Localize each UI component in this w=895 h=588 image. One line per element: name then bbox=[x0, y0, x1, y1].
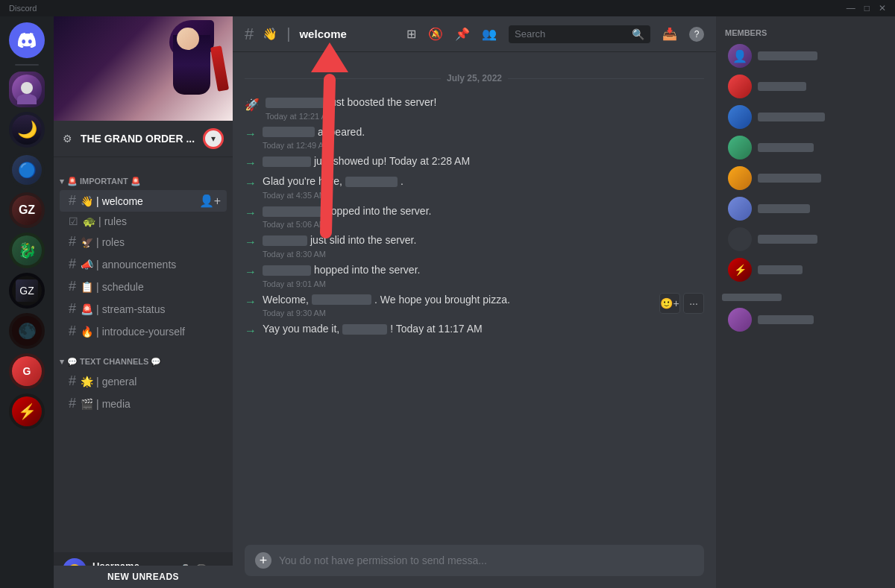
member-avatar-9 bbox=[728, 308, 752, 332]
discord-home-button[interactable] bbox=[9, 22, 45, 58]
channel-separator: | bbox=[98, 215, 101, 227]
chat-input-area: + You do not have permission to send mes… bbox=[233, 545, 716, 588]
channel-introduce-yourself[interactable]: # 🔥 | introduce-yourself bbox=[60, 320, 227, 342]
blurred-mention bbox=[342, 324, 387, 335]
member-item-1[interactable]: 👤 bbox=[722, 41, 889, 71]
channel-schedule[interactable]: # 📋 | schedule bbox=[60, 276, 227, 297]
category-important[interactable]: ▾ 🚨 IMPORTANT 🚨 bbox=[54, 168, 233, 189]
help-icon[interactable]: ? bbox=[689, 27, 704, 42]
message-showed-up: → just showed up! Today at 2:28 AM bbox=[245, 153, 704, 171]
header-channel-name: welcome bbox=[299, 28, 346, 40]
server-icon-4[interactable]: GZ bbox=[9, 192, 45, 228]
member-avatar-8: ⚡ bbox=[728, 258, 752, 282]
member-item-7[interactable] bbox=[722, 224, 889, 254]
channel-media[interactable]: # 🎬 | media bbox=[60, 393, 227, 414]
message-content: appeared. Today at 12:49 AM bbox=[263, 125, 674, 151]
channel-name: rules bbox=[104, 215, 127, 227]
threads-icon[interactable]: ⊞ bbox=[406, 27, 416, 41]
channel-hash-icon: # bbox=[69, 256, 76, 272]
members-section-header: Members bbox=[716, 22, 895, 40]
arrow-icon: → bbox=[245, 324, 257, 338]
arrow-icon: → bbox=[245, 235, 257, 249]
server-icon-5[interactable]: 🐉 bbox=[9, 233, 45, 268]
server-icon-9[interactable]: ⚡ bbox=[9, 393, 45, 429]
channel-roles[interactable]: # 🦅 | roles bbox=[60, 231, 227, 253]
member-item-6[interactable] bbox=[722, 194, 889, 224]
inbox-icon[interactable]: 📥 bbox=[662, 27, 677, 41]
channel-announcements[interactable]: # 📣 | announcements bbox=[60, 253, 227, 275]
message-time: Today at 4:35 AM bbox=[263, 191, 674, 200]
channels-list: ▾ 🚨 IMPORTANT 🚨 # 👋 | welcome 👤+ ☑ 🐢 | r… bbox=[54, 162, 233, 552]
message-text: just slid into the server. bbox=[263, 233, 674, 248]
message-time: Today at 12:49 AM bbox=[263, 141, 674, 150]
message-content: hopped into the server. Today at 5:06 AM bbox=[263, 204, 674, 230]
add-attachment-button[interactable]: + bbox=[255, 552, 271, 569]
member-avatar-4 bbox=[728, 136, 752, 159]
close-button[interactable]: ✕ bbox=[879, 3, 886, 13]
channel-separator: | bbox=[96, 326, 99, 338]
member-avatar-3 bbox=[728, 105, 752, 129]
server-icon-3[interactable]: 🔵 bbox=[9, 152, 45, 188]
chat-input-placeholder: You do not have permission to send messa… bbox=[279, 554, 694, 566]
member-avatar-6 bbox=[728, 197, 752, 221]
chat-input-box[interactable]: + You do not have permission to send mes… bbox=[245, 545, 704, 576]
more-actions-button[interactable]: ··· bbox=[683, 293, 704, 314]
add-member-icon[interactable]: 👤+ bbox=[199, 194, 221, 208]
server-icon-1[interactable] bbox=[9, 72, 45, 107]
pin-icon[interactable]: 📌 bbox=[455, 27, 470, 41]
arrow-icon: 🚀 bbox=[245, 98, 260, 112]
main-content: # 👋 | welcome ⊞ 🔕 📌 👥 Search 🔍 📥 ? July … bbox=[233, 16, 716, 588]
member-item-8[interactable]: ⚡ bbox=[722, 255, 889, 285]
mute-icon[interactable]: 🔕 bbox=[428, 27, 443, 41]
channel-hash-icon: # bbox=[69, 373, 76, 389]
server-name-text: THE GRAND ORDER ... bbox=[81, 133, 195, 145]
channel-general[interactable]: # 🌟 | general bbox=[60, 370, 227, 392]
window-controls[interactable]: — □ ✕ bbox=[847, 3, 886, 13]
channel-emoji: 🐢 bbox=[83, 215, 95, 227]
member-item-2[interactable] bbox=[722, 72, 889, 101]
header-separator: | bbox=[286, 25, 290, 42]
channel-rules[interactable]: ☑ 🐢 | rules bbox=[60, 212, 227, 230]
channel-emoji: 🦅 bbox=[81, 236, 93, 248]
blurred-username bbox=[263, 127, 315, 137]
channel-separator: | bbox=[96, 281, 99, 293]
server-icon-8[interactable]: G bbox=[9, 353, 45, 389]
online-section bbox=[716, 291, 895, 304]
server-dropdown-button[interactable]: ▾ bbox=[203, 128, 224, 149]
member-item-3[interactable] bbox=[722, 102, 889, 132]
server-icon-6[interactable]: GZ bbox=[9, 273, 45, 309]
message-text: hopped into the server. bbox=[263, 204, 674, 219]
chevron-right-icon: ▾ bbox=[60, 357, 64, 367]
channel-stream-status[interactable]: # 🚨 | stream-status bbox=[60, 298, 227, 320]
member-item-9[interactable] bbox=[722, 305, 889, 335]
member-name-blur bbox=[758, 113, 825, 121]
member-name-blur bbox=[758, 265, 803, 274]
message-time: Today at 9:01 AM bbox=[263, 279, 674, 288]
channel-emoji: 🚨 bbox=[81, 303, 93, 315]
search-box[interactable]: Search 🔍 bbox=[509, 25, 650, 43]
boost-bar: LVL 3 27 Boosts › bbox=[54, 157, 233, 162]
channel-name: stream-status bbox=[102, 303, 166, 315]
channel-welcome[interactable]: # 👋 | welcome 👤+ bbox=[60, 190, 227, 212]
maximize-button[interactable]: □ bbox=[864, 3, 870, 13]
channel-sidebar: ⚙ THE GRAND ORDER ... ▾ LVL 3 27 Boosts … bbox=[54, 16, 233, 588]
channel-name: schedule bbox=[102, 281, 144, 293]
server-name-bar[interactable]: ⚙ THE GRAND ORDER ... ▾ bbox=[54, 121, 233, 157]
member-avatar-2 bbox=[728, 75, 752, 98]
online-count-blur bbox=[722, 294, 782, 301]
minimize-button[interactable]: — bbox=[847, 3, 855, 13]
add-reaction-button[interactable]: 🙂+ bbox=[659, 293, 680, 314]
server-icon-2[interactable]: 🌙 bbox=[9, 112, 45, 148]
member-item-5[interactable] bbox=[722, 163, 889, 193]
server-banner bbox=[54, 16, 233, 121]
member-item-4[interactable] bbox=[722, 133, 889, 162]
message-content: hopped into the server. Today at 9:01 AM bbox=[263, 263, 674, 288]
message-hopped-1: → hopped into the server. Today at 5:06 … bbox=[245, 203, 704, 231]
message-time: Today at 5:06 AM bbox=[263, 220, 674, 229]
members-icon[interactable]: 👥 bbox=[482, 27, 497, 41]
arrow-icon: → bbox=[245, 295, 257, 309]
messages-area[interactable]: July 25, 2022 🚀 just boosted the server!… bbox=[233, 52, 716, 545]
category-text-channels[interactable]: ▾ 💬 TEXT CHANNELS 💬 bbox=[54, 348, 233, 370]
server-icon-7[interactable]: 🌑 bbox=[9, 313, 45, 349]
message-time: Today at 9:30 AM bbox=[263, 309, 674, 317]
